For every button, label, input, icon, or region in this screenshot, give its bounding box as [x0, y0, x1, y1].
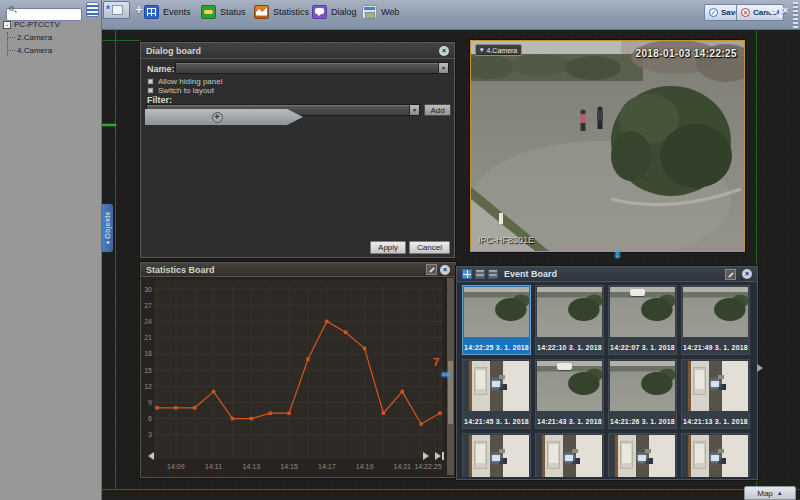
tree-child-label: 2.Camera: [17, 33, 52, 42]
event-thumbnail[interactable]: [462, 433, 531, 477]
event-timestamp: 14:21:45 3. 1. 2018: [462, 413, 531, 429]
zoom-tool-button[interactable]: [769, 6, 777, 14]
toolbar-button-status[interactable]: Status: [197, 2, 250, 21]
camera-name-chip[interactable]: ▾ 4.Camera: [475, 44, 522, 56]
svg-text:14:09: 14:09: [167, 463, 185, 470]
tree-node-root[interactable]: - PC-PTCCTV: [3, 19, 99, 30]
svg-text:18: 18: [144, 350, 152, 357]
event-timestamp: 14:21:43 3. 1. 2018: [535, 413, 604, 429]
toolbar-button-label: Events: [163, 7, 191, 17]
add-step-button[interactable]: +: [212, 112, 223, 123]
chart-icon: [254, 5, 269, 19]
tree-root-label: PC-PTCCTV: [14, 20, 60, 29]
chevron-down-icon[interactable]: ▼: [438, 63, 448, 73]
checkbox-icon[interactable]: [147, 78, 154, 85]
event-timestamp: 14:21:26 3. 1. 2018: [608, 413, 677, 429]
chart-jump-end-icon[interactable]: [435, 452, 441, 460]
toolbar-gripper[interactable]: [793, 2, 798, 28]
svg-text:14:22:25: 14:22:25: [414, 463, 441, 470]
expand-up-icon: ▲: [777, 490, 783, 496]
event-thumb-image: [464, 361, 529, 411]
event-thumbnail[interactable]: 14:21:43 3. 1. 2018: [535, 359, 604, 429]
camera-live-view[interactable]: ▾ 4.Camera 2018-01-03 14:22:25 IPC-HF830…: [470, 40, 745, 252]
event-thumb-image: [537, 287, 602, 337]
dialog-cancel-button[interactable]: Cancel: [409, 241, 450, 254]
event-timestamp: 14:22:07 3. 1. 2018: [608, 339, 677, 355]
toolbar-button-web[interactable]: Web: [358, 2, 403, 21]
chart-scroll-right-icon[interactable]: [423, 452, 429, 460]
sidebar-collapse-tab[interactable]: Objekte ◂: [102, 204, 113, 252]
snap-guide-horizontal-top: [102, 40, 140, 41]
map-tab[interactable]: Map ▲: [744, 486, 796, 500]
event-thumbnail[interactable]: [535, 433, 604, 477]
close-icon[interactable]: ×: [440, 265, 450, 275]
dialog-board-titlebar[interactable]: Dialog board ×: [141, 43, 454, 59]
horizontal-resize-handle-icon[interactable]: ⇔: [441, 368, 450, 381]
layout-star-icon: *: [106, 5, 110, 15]
statistics-board-titlebar[interactable]: Statistics Board ×: [141, 263, 455, 277]
checkbox-label: Switch to layout: [158, 86, 214, 95]
toolbar-button-statistics[interactable]: Statistics: [250, 2, 313, 21]
switch-layout-checkbox-row[interactable]: Switch to layout: [147, 86, 214, 95]
status-led-icon: [201, 5, 216, 19]
event-thumbnail[interactable]: [681, 433, 750, 477]
toolbar-button-events[interactable]: Events: [140, 2, 195, 21]
event-thumbnail[interactable]: 14:22:07 3. 1. 2018: [608, 285, 677, 355]
close-tool-button[interactable]: ×: [782, 4, 788, 16]
event-thumbnail[interactable]: 14:21:49 3. 1. 2018: [681, 285, 750, 355]
checkbox-label: Allow hiding panel: [158, 77, 223, 86]
event-timestamp: 14:21:49 3. 1. 2018: [681, 339, 750, 355]
save-check-icon: ✓: [709, 8, 718, 17]
device-tree: - PC-PTCCTV 2.Camera 4.Camera: [3, 19, 99, 56]
panel-expand-arrow-icon[interactable]: [757, 364, 763, 372]
event-thumbnail[interactable]: 14:21:13 3. 1. 2018: [681, 359, 750, 429]
cancel-x-icon: ×: [741, 8, 750, 17]
grid-view-icon[interactable]: [462, 269, 472, 279]
chart-scroll-left-icon[interactable]: [148, 452, 154, 460]
event-thumbnail[interactable]: 14:22:10 3. 1. 2018: [535, 285, 604, 355]
event-board-titlebar[interactable]: Event Board ×: [457, 267, 757, 282]
event-thumb-image: [610, 361, 675, 411]
chevron-down-icon: ▾: [480, 46, 484, 54]
dialog-board-title: Dialog board: [146, 46, 439, 56]
pedestrian-dark: [597, 106, 603, 129]
event-thumbnail[interactable]: 14:21:45 3. 1. 2018: [462, 359, 531, 429]
event-thumbnail[interactable]: 14:21:26 3. 1. 2018: [608, 359, 677, 429]
camera-model-overlay: IPC-HF8301E: [478, 235, 534, 245]
svg-text:15: 15: [144, 367, 152, 374]
event-thumbnail[interactable]: [608, 433, 677, 477]
magnifier-icon: [769, 6, 777, 14]
close-icon[interactable]: ×: [439, 46, 449, 56]
event-thumb-image: [610, 435, 675, 477]
search-box: [6, 3, 82, 16]
list-view-icon[interactable]: [475, 269, 485, 279]
chevron-down-icon[interactable]: ▼: [409, 105, 419, 115]
event-thumb-image: [464, 287, 529, 337]
add-filter-button[interactable]: Add: [424, 104, 451, 116]
checkbox-icon[interactable]: [147, 87, 154, 94]
name-label: Name:: [147, 64, 175, 74]
event-thumb-image: [683, 287, 748, 337]
apply-button[interactable]: Apply: [370, 241, 406, 254]
edit-pencil-icon[interactable]: [426, 264, 437, 275]
name-combobox[interactable]: ▼: [175, 62, 449, 74]
toolbar-button-dialog[interactable]: Dialog: [308, 2, 361, 21]
tree-node-camera4[interactable]: 4.Camera: [8, 45, 99, 56]
event-thumb-image: [464, 435, 529, 477]
close-icon[interactable]: ×: [742, 269, 752, 279]
svg-text:14:17: 14:17: [318, 463, 336, 470]
event-thumb-image: [683, 361, 748, 411]
svg-text:12: 12: [144, 383, 152, 390]
detail-view-icon[interactable]: [488, 269, 498, 279]
vertical-resize-handle-icon[interactable]: ⇕: [613, 248, 622, 261]
allow-hiding-checkbox-row[interactable]: Allow hiding panel: [147, 77, 223, 86]
layout-tab[interactable]: *: [103, 1, 130, 19]
dialog-board-panel: Dialog board × Name: ▼ Allow hiding pane…: [140, 42, 455, 258]
filter-list-icon[interactable]: [86, 2, 99, 17]
toolbar-button-label: Status: [220, 7, 246, 17]
event-thumbnail[interactable]: 14:22:25 3. 1. 2018: [462, 285, 531, 355]
layout-thumbnail-icon: [112, 5, 123, 15]
tree-collapse-icon[interactable]: -: [3, 21, 11, 29]
edit-pencil-icon[interactable]: [725, 269, 736, 280]
tree-node-camera2[interactable]: 2.Camera: [8, 32, 99, 43]
